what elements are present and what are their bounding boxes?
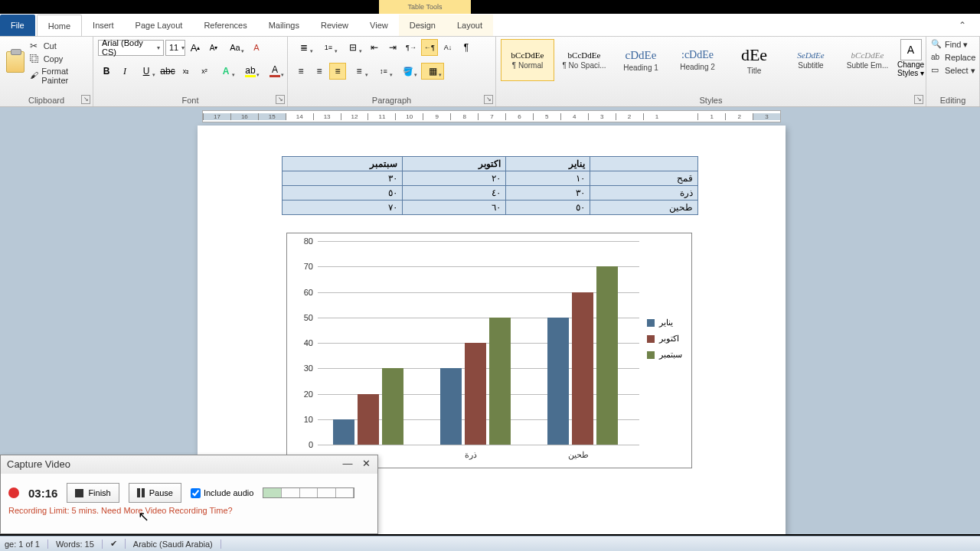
increase-indent-button[interactable] <box>384 39 401 56</box>
paste-button[interactable] <box>5 39 27 85</box>
change-case-button[interactable] <box>224 39 247 56</box>
capture-title-bar[interactable]: Capture Video — ✕ <box>1 455 377 474</box>
bar-قمح-سبتمبر[interactable] <box>382 368 403 445</box>
bullets-button[interactable] <box>292 39 315 56</box>
find-button[interactable]: Find ▾ <box>931 39 975 50</box>
ltr-button[interactable] <box>403 39 420 56</box>
grow-font-button[interactable] <box>187 39 204 56</box>
stop-icon <box>75 489 83 497</box>
minimize-button[interactable]: — <box>341 458 354 471</box>
finish-label: Finish <box>88 488 110 497</box>
sort-button[interactable] <box>439 39 456 56</box>
bar-ذرة-اكتوبر[interactable] <box>465 343 486 445</box>
line-spacing-button[interactable] <box>372 63 395 80</box>
status-words[interactable]: Words: 15 <box>56 540 103 549</box>
change-styles-label: Change Styles ▾ <box>897 60 924 77</box>
find-label: Find ▾ <box>945 40 968 50</box>
minimize-ribbon-button[interactable]: ⌃ <box>959 20 966 31</box>
status-page[interactable]: ge: 1 of 1 <box>5 540 48 549</box>
select-button[interactable]: Select ▾ <box>931 65 975 76</box>
align-justify-button[interactable] <box>348 63 371 80</box>
borders-button[interactable] <box>421 63 444 80</box>
brush-icon <box>30 70 39 81</box>
style-item-0[interactable]: bCcDdEe¶ Normal <box>501 39 554 81</box>
style-item-2[interactable]: cDdEeHeading 1 <box>614 39 668 81</box>
style-item-4[interactable]: dEeTitle <box>727 39 781 81</box>
styles-launcher[interactable]: ↘ <box>914 95 923 104</box>
editing-group-label: Editing <box>931 94 975 106</box>
tab-view[interactable]: View <box>359 15 399 36</box>
bar-طحين-اكتوبر[interactable] <box>572 292 593 445</box>
italic-button[interactable]: I <box>116 63 133 80</box>
format-painter-label: Format Painter <box>41 67 88 85</box>
text-effects-button[interactable]: A <box>214 63 237 80</box>
underline-button[interactable]: U <box>135 63 158 80</box>
style-item-5[interactable]: SeDdEeSubtitle <box>784 39 838 81</box>
horizontal-ruler[interactable]: 1716151413121110987654321123 <box>202 110 781 122</box>
paragraph-launcher[interactable]: ↘ <box>484 95 493 104</box>
style-item-1[interactable]: bCcDdEe¶ No Spaci... <box>557 39 611 81</box>
recording-limit-message[interactable]: Recording Limit: 5 mins. Need More Video… <box>1 506 377 515</box>
rtl-button[interactable] <box>421 39 438 56</box>
align-left-button[interactable] <box>292 63 309 80</box>
align-center-button[interactable] <box>311 63 328 80</box>
copy-button[interactable]: Copy <box>30 54 88 64</box>
tab-design[interactable]: Design <box>399 15 446 36</box>
font-launcher[interactable]: ↘ <box>276 95 285 104</box>
bar-قمح-يناير[interactable] <box>333 419 354 445</box>
pause-button[interactable]: Pause <box>129 483 181 503</box>
tab-references[interactable]: References <box>193 15 257 36</box>
bar-طحين-يناير[interactable] <box>547 318 569 445</box>
bar-طحين-سبتمبر[interactable] <box>596 266 618 445</box>
multilevel-button[interactable] <box>341 39 364 56</box>
cut-button[interactable]: Cut <box>30 41 88 51</box>
tab-file[interactable]: File <box>0 15 35 36</box>
clipboard-launcher[interactable]: ↘ <box>81 95 90 104</box>
bar-ذرة-سبتمبر[interactable] <box>489 318 511 445</box>
chart[interactable]: 01020304050607080ذرةطحين ينايراكتوبرسبتم… <box>286 233 692 468</box>
font-name-combo[interactable]: Arial (Body CS)▾ <box>98 40 164 56</box>
numbering-button[interactable] <box>317 39 340 56</box>
tab-home[interactable]: Home <box>37 15 82 36</box>
replace-button[interactable]: Replace <box>931 52 975 63</box>
finish-button[interactable]: Finish <box>67 483 119 503</box>
include-audio-checkbox[interactable]: Include audio <box>191 488 253 498</box>
data-table[interactable]: سبتمبراكتوبريناير٣٠٢٠١٠قمح٥٠٤٠٣٠ذرة٧٠٦٠٥… <box>282 156 698 215</box>
format-painter-button[interactable]: Format Painter <box>30 67 88 85</box>
shading-button[interactable] <box>397 63 420 80</box>
audio-level-meter <box>263 487 354 498</box>
decrease-indent-button[interactable] <box>366 39 383 56</box>
bar-قمح-اكتوبر[interactable] <box>358 394 379 445</box>
select-icon <box>931 65 942 76</box>
font-size-combo[interactable]: 11▾ <box>165 40 185 56</box>
strikethrough-button[interactable]: abc <box>159 63 176 80</box>
style-item-3[interactable]: :cDdEeHeading 2 <box>671 39 724 81</box>
shrink-font-button[interactable] <box>205 39 222 56</box>
status-language[interactable]: Arabic (Saudi Arabia) <box>133 540 221 549</box>
close-button[interactable]: ✕ <box>359 458 373 471</box>
scissors-icon <box>30 41 41 51</box>
tab-layout[interactable]: Layout <box>446 15 493 36</box>
subscript-button[interactable]: x <box>178 63 194 80</box>
align-right-button[interactable] <box>329 63 346 80</box>
change-styles-button[interactable]: A Change Styles ▾ <box>897 39 924 77</box>
bold-button[interactable]: B <box>98 63 115 80</box>
recording-time: 03:16 <box>28 487 57 500</box>
tab-mailings[interactable]: Mailings <box>258 15 310 36</box>
tab-review[interactable]: Review <box>310 15 359 36</box>
capture-title: Capture Video <box>7 458 70 470</box>
show-hide-button[interactable] <box>458 39 475 56</box>
highlight-button[interactable]: ab <box>239 63 262 80</box>
style-gallery[interactable]: bCcDdEe¶ NormalbCcDdEe¶ No Spaci...cDdEe… <box>501 39 894 83</box>
superscript-button[interactable]: x <box>196 63 213 80</box>
bar-ذرة-يناير[interactable] <box>440 368 462 445</box>
font-color-button[interactable]: A <box>263 63 286 80</box>
tab-insert[interactable]: Insert <box>82 15 125 36</box>
style-item-6[interactable]: bCcDdEeSubtle Em... <box>841 39 894 81</box>
contextual-tab-group: Table Tools <box>379 0 471 14</box>
tab-page-layout[interactable]: Page Layout <box>125 15 194 36</box>
clear-formatting-button[interactable] <box>248 39 265 56</box>
change-styles-icon: A <box>900 39 922 60</box>
status-proofing[interactable]: ✔ <box>110 539 126 549</box>
pause-label: Pause <box>149 488 173 497</box>
